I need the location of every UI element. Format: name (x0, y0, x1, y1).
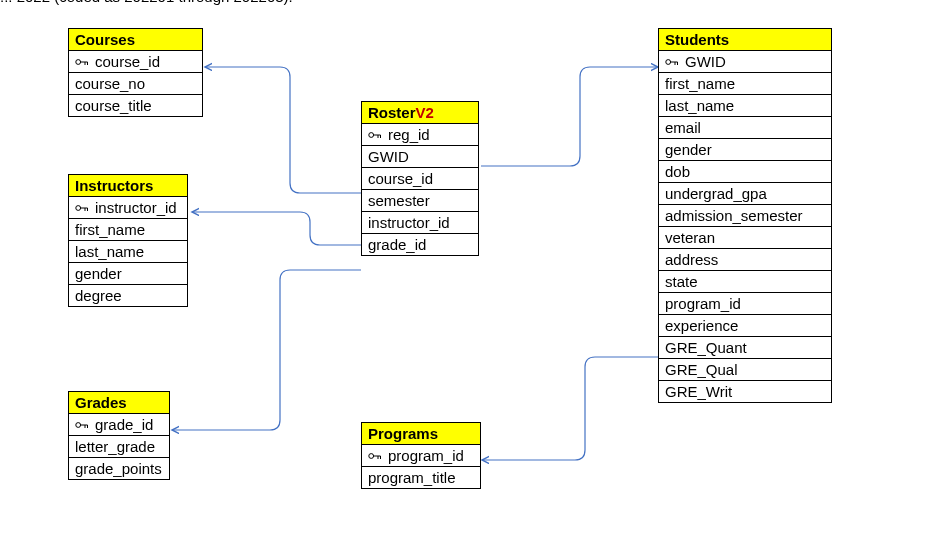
field-label: gender (665, 141, 712, 158)
primary-key-icon (75, 203, 89, 213)
field-label: GWID (685, 53, 726, 70)
primary-key-icon (665, 57, 679, 67)
field-label: degree (75, 287, 122, 304)
table-header-instructors: Instructors (69, 175, 187, 197)
field-label: undergrad_gpa (665, 185, 767, 202)
primary-key-icon (75, 57, 89, 67)
table-field: gender (69, 263, 187, 285)
field-label: last_name (665, 97, 734, 114)
field-label: GWID (368, 148, 409, 165)
field-label: address (665, 251, 718, 268)
field-label: veteran (665, 229, 715, 246)
table-field: program_title (362, 467, 480, 488)
field-label: GRE_Writ (665, 383, 732, 400)
field-label: letter_grade (75, 438, 155, 455)
table-field: state (659, 271, 831, 293)
field-label: first_name (75, 221, 145, 238)
table-field: degree (69, 285, 187, 306)
field-label: GRE_Quant (665, 339, 747, 356)
field-label: course_id (368, 170, 433, 187)
table-instructors: Instructors instructor_idfirst_namelast_… (68, 174, 188, 307)
field-label: GRE_Qual (665, 361, 738, 378)
table-field: course_title (69, 95, 202, 116)
table-field: first_name (69, 219, 187, 241)
table-field: gender (659, 139, 831, 161)
table-field: instructor_id (362, 212, 478, 234)
field-label: email (665, 119, 701, 136)
table-field: email (659, 117, 831, 139)
table-field: instructor_id (69, 197, 187, 219)
table-field: course_id (362, 168, 478, 190)
primary-key-icon (368, 451, 382, 461)
field-label: course_id (95, 53, 160, 70)
table-field: reg_id (362, 124, 478, 146)
table-field: GRE_Quant (659, 337, 831, 359)
table-students: Students GWIDfirst_namelast_nameemailgen… (658, 28, 832, 403)
field-label: gender (75, 265, 122, 282)
field-label: reg_id (388, 126, 430, 143)
table-field: admission_semester (659, 205, 831, 227)
table-field: course_id (69, 51, 202, 73)
table-field: GRE_Writ (659, 381, 831, 402)
table-field: last_name (69, 241, 187, 263)
table-field: semester (362, 190, 478, 212)
table-field: grade_id (69, 414, 169, 436)
field-label: first_name (665, 75, 735, 92)
field-label: grade_id (368, 236, 426, 253)
field-label: course_title (75, 97, 152, 114)
svg-point-12 (369, 132, 374, 137)
table-field: letter_grade (69, 436, 169, 458)
table-programs: Programs program_idprogram_title (361, 422, 481, 489)
table-field: last_name (659, 95, 831, 117)
svg-point-0 (76, 59, 81, 64)
primary-key-icon (75, 420, 89, 430)
field-label: instructor_id (368, 214, 450, 231)
table-field: grade_points (69, 458, 169, 479)
table-header-programs: Programs (362, 423, 480, 445)
field-label: grade_points (75, 460, 162, 477)
table-courses: Courses course_idcourse_nocourse_title (68, 28, 203, 117)
roster-title-suffix: V2 (416, 104, 434, 121)
table-field: dob (659, 161, 831, 183)
field-label: program_title (368, 469, 456, 486)
table-field: program_id (659, 293, 831, 315)
table-field: course_no (69, 73, 202, 95)
table-header-roster: RosterV2 (362, 102, 478, 124)
field-label: semester (368, 192, 430, 209)
svg-point-4 (76, 205, 81, 210)
table-grades: Grades grade_idletter_gradegrade_points (68, 391, 170, 480)
roster-title-main: Roster (368, 104, 416, 121)
field-label: dob (665, 163, 690, 180)
table-field: GRE_Qual (659, 359, 831, 381)
table-field: grade_id (362, 234, 478, 255)
table-field: undergrad_gpa (659, 183, 831, 205)
field-label: admission_semester (665, 207, 803, 224)
cropped-top-text: ... 2022 (coded as 202201 through 202203… (0, 0, 293, 5)
field-label: state (665, 273, 698, 290)
table-roster: RosterV2 reg_idGWIDcourse_idsemesterinst… (361, 101, 479, 256)
table-field: address (659, 249, 831, 271)
table-field: veteran (659, 227, 831, 249)
table-field: first_name (659, 73, 831, 95)
field-label: grade_id (95, 416, 153, 433)
table-field: experience (659, 315, 831, 337)
table-header-students: Students (659, 29, 831, 51)
table-field: GWID (659, 51, 831, 73)
field-label: last_name (75, 243, 144, 260)
field-label: program_id (665, 295, 741, 312)
field-label: experience (665, 317, 738, 334)
field-label: instructor_id (95, 199, 177, 216)
svg-point-8 (76, 422, 81, 427)
svg-point-16 (369, 453, 374, 458)
svg-point-20 (666, 59, 671, 64)
field-label: program_id (388, 447, 464, 464)
primary-key-icon (368, 130, 382, 140)
table-header-grades: Grades (69, 392, 169, 414)
field-label: course_no (75, 75, 145, 92)
table-field: GWID (362, 146, 478, 168)
table-header-courses: Courses (69, 29, 202, 51)
table-field: program_id (362, 445, 480, 467)
